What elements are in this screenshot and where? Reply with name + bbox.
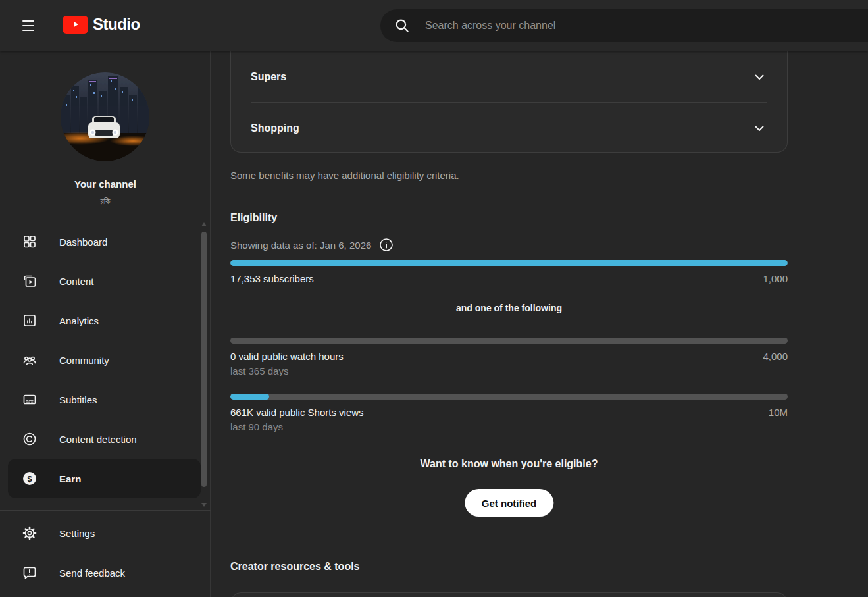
shorts-views-period: last 90 days <box>230 421 283 432</box>
subtitles-icon <box>22 392 38 407</box>
benefit-section-supers[interactable]: Supers <box>231 51 787 102</box>
sidebar-item-dashboard[interactable]: Dashboard <box>0 222 211 261</box>
watch-hours-criterion-row: 0 valid public watch hours 4,000 <box>230 351 788 362</box>
sidebar-item-analytics[interactable]: Analytics <box>0 301 211 340</box>
gear-icon <box>22 525 38 541</box>
shorts-views-target-value: 10M <box>769 407 788 418</box>
sidebar-footer-menu: Settings Send feedback <box>0 513 211 592</box>
shorts-views-current-value: 661K valid public Shorts views <box>230 407 364 418</box>
your-channel-label: Your channel <box>0 178 211 190</box>
shorts-views-progress-bar <box>230 394 788 400</box>
dashboard-icon <box>22 234 38 249</box>
benefit-section-shopping[interactable]: Shopping <box>231 103 787 153</box>
sidebar-scrollbar[interactable] <box>201 222 207 507</box>
sidebar-item-content[interactable]: Content <box>0 261 211 301</box>
creator-resources-card <box>230 592 788 597</box>
scrollbar-up-arrow-icon[interactable] <box>201 222 207 226</box>
benefits-card: Supers Shopping <box>230 51 788 153</box>
benefits-note: Some benefits may have additional eligib… <box>230 170 459 181</box>
subscribers-current-value: 17,353 subscribers <box>230 273 314 284</box>
creator-resources-title: Creator resources & tools <box>230 561 360 573</box>
sidebar-item-content-detection[interactable]: Content detection <box>0 419 211 459</box>
sidebar-item-community[interactable]: Community <box>0 340 211 380</box>
sidebar-item-subtitles[interactable]: Subtitles <box>0 380 211 419</box>
dollar-icon: $ <box>22 471 38 486</box>
watch-hours-period: last 365 days <box>230 365 288 376</box>
channel-name: রকি <box>0 196 211 207</box>
community-icon <box>22 352 38 368</box>
connector-text: and one of the following <box>230 303 788 313</box>
eligible-question: Want to know when you're eligible? <box>230 458 788 470</box>
data-as-of-row: Showing data as of: Jan 6, 2026 <box>230 238 394 252</box>
eligibility-title: Eligibility <box>230 212 277 224</box>
sidebar-item-settings[interactable]: Settings <box>0 513 211 553</box>
channel-search-bar[interactable] <box>380 9 868 42</box>
sidebar-item-send-feedback[interactable]: Send feedback <box>0 553 211 592</box>
chevron-down-icon[interactable] <box>752 120 767 136</box>
copyright-icon <box>22 431 38 447</box>
main-content: Supers Shopping Some benefits may have a… <box>211 51 868 597</box>
subscribers-criterion-row: 17,353 subscribers 1,000 <box>230 273 788 284</box>
sidebar-item-earn[interactable]: $ Earn <box>8 459 201 498</box>
chevron-down-icon[interactable] <box>752 69 767 85</box>
shorts-views-criterion-row: 661K valid public Shorts views 10M <box>230 407 788 418</box>
youtube-play-icon <box>63 16 88 34</box>
scrollbar-thumb[interactable] <box>201 232 207 487</box>
info-icon[interactable] <box>379 238 394 252</box>
shorts-views-progress-fill <box>230 394 269 400</box>
search-input[interactable] <box>425 20 868 32</box>
sidebar: Your channel রকি Dashboard Content <box>0 51 211 597</box>
channel-avatar[interactable] <box>61 72 149 161</box>
studio-logo[interactable]: Studio <box>63 15 140 34</box>
sidebar-menu: Dashboard Content Analytics <box>0 222 211 498</box>
menu-hamburger-icon[interactable] <box>19 16 38 35</box>
subscribers-progress-fill <box>230 260 788 266</box>
subscribers-progress-bar <box>230 260 788 266</box>
scrollbar-down-arrow-icon[interactable] <box>201 503 207 507</box>
feedback-icon <box>22 565 38 581</box>
watch-hours-current-value: 0 valid public watch hours <box>230 351 344 362</box>
data-as-of-text: Showing data as of: Jan 6, 2026 <box>230 240 371 251</box>
sidebar-divider <box>0 510 211 511</box>
youtube-studio-app: Studio <box>0 0 868 597</box>
subscribers-target-value: 1,000 <box>763 273 788 284</box>
get-notified-button[interactable]: Get notified <box>465 489 553 517</box>
analytics-icon <box>22 313 38 328</box>
top-header: Studio <box>0 0 868 51</box>
app-title: Studio <box>93 15 140 34</box>
search-icon <box>394 17 411 34</box>
svg-text:$: $ <box>27 474 32 484</box>
watch-hours-progress-bar <box>230 338 788 344</box>
watch-hours-target-value: 4,000 <box>763 351 788 362</box>
content-icon <box>22 273 38 289</box>
